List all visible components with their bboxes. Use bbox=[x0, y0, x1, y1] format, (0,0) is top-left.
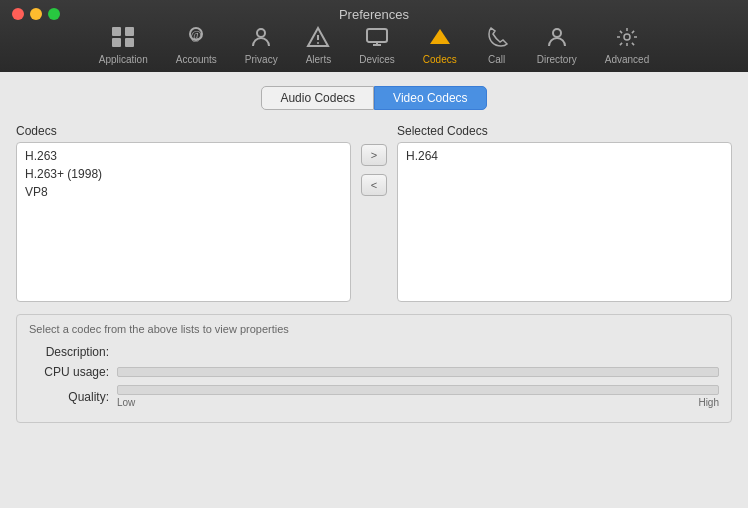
accounts-label: Accounts bbox=[176, 54, 217, 65]
window-controls bbox=[12, 8, 60, 20]
advanced-label: Advanced bbox=[605, 54, 649, 65]
quality-high-label: High bbox=[698, 397, 719, 408]
quality-bar bbox=[117, 385, 719, 395]
svg-rect-0 bbox=[112, 27, 121, 36]
codecs-label: Codecs bbox=[423, 54, 457, 65]
slider-labels: Low High bbox=[117, 397, 719, 408]
toolbar: Application @ Accounts Privacy bbox=[75, 24, 673, 67]
available-codecs-list[interactable]: H.263 H.263+ (1998) VP8 bbox=[16, 142, 351, 302]
move-right-button[interactable]: > bbox=[361, 144, 387, 166]
svg-rect-3 bbox=[125, 38, 134, 47]
codec-item-h264[interactable]: H.264 bbox=[402, 147, 727, 165]
codecs-icon bbox=[428, 26, 452, 52]
alerts-label: Alerts bbox=[306, 54, 332, 65]
devices-label: Devices bbox=[359, 54, 395, 65]
toolbar-item-call[interactable]: Call bbox=[471, 24, 523, 67]
svg-point-13 bbox=[553, 29, 561, 37]
codec-area: Codecs H.263 H.263+ (1998) VP8 > < Selec… bbox=[16, 124, 732, 302]
cpu-label: CPU usage: bbox=[29, 365, 109, 379]
tab-audio[interactable]: Audio Codecs bbox=[261, 86, 374, 110]
svg-point-8 bbox=[317, 42, 319, 44]
quality-row: Quality: Low High bbox=[29, 385, 719, 408]
cpu-bar bbox=[117, 367, 719, 377]
toolbar-item-application[interactable]: Application bbox=[85, 24, 162, 67]
toolbar-item-privacy[interactable]: Privacy bbox=[231, 24, 292, 67]
alerts-icon bbox=[306, 26, 330, 52]
directory-label: Directory bbox=[537, 54, 577, 65]
quality-label: Quality: bbox=[29, 390, 109, 404]
tab-video[interactable]: Video Codecs bbox=[374, 86, 487, 110]
svg-rect-9 bbox=[367, 29, 387, 42]
svg-point-6 bbox=[257, 29, 265, 37]
description-label: Description: bbox=[29, 345, 109, 359]
quality-low-label: Low bbox=[117, 397, 135, 408]
codec-item-h263plus[interactable]: H.263+ (1998) bbox=[21, 165, 346, 183]
main-content: Audio Codecs Video Codecs Codecs H.263 H… bbox=[0, 72, 748, 437]
selected-codecs-label: Selected Codecs bbox=[397, 124, 732, 138]
close-button[interactable] bbox=[12, 8, 24, 20]
directory-icon bbox=[545, 26, 569, 52]
selected-codecs-list[interactable]: H.264 bbox=[397, 142, 732, 302]
quality-container: Low High bbox=[117, 385, 719, 408]
available-codecs-panel: Codecs H.263 H.263+ (1998) VP8 bbox=[16, 124, 351, 302]
accounts-icon: @ bbox=[184, 26, 208, 52]
description-row: Description: bbox=[29, 345, 719, 359]
toolbar-item-devices[interactable]: Devices bbox=[345, 24, 409, 67]
svg-point-14 bbox=[624, 34, 630, 40]
codec-item-h263[interactable]: H.263 bbox=[21, 147, 346, 165]
privacy-label: Privacy bbox=[245, 54, 278, 65]
tab-row: Audio Codecs Video Codecs bbox=[16, 86, 732, 110]
arrow-column: > < bbox=[351, 144, 397, 196]
info-hint: Select a codec from the above lists to v… bbox=[29, 323, 719, 335]
toolbar-item-directory[interactable]: Directory bbox=[523, 24, 591, 67]
titlebar: Preferences Application @ Ac bbox=[0, 0, 748, 72]
svg-text:@: @ bbox=[191, 28, 202, 42]
call-icon bbox=[485, 26, 509, 52]
call-label: Call bbox=[488, 54, 505, 65]
devices-icon bbox=[365, 26, 389, 52]
minimize-button[interactable] bbox=[30, 8, 42, 20]
available-codecs-label: Codecs bbox=[16, 124, 351, 138]
toolbar-item-codecs[interactable]: Codecs bbox=[409, 24, 471, 67]
toolbar-item-advanced[interactable]: Advanced bbox=[591, 24, 663, 67]
move-left-button[interactable]: < bbox=[361, 174, 387, 196]
advanced-icon bbox=[615, 26, 639, 52]
svg-rect-2 bbox=[112, 38, 121, 47]
maximize-button[interactable] bbox=[48, 8, 60, 20]
codec-item-vp8[interactable]: VP8 bbox=[21, 183, 346, 201]
application-label: Application bbox=[99, 54, 148, 65]
privacy-icon bbox=[249, 26, 273, 52]
selected-codecs-panel: Selected Codecs H.264 bbox=[397, 124, 732, 302]
window-title: Preferences bbox=[339, 7, 409, 22]
cpu-row: CPU usage: bbox=[29, 365, 719, 379]
info-panel: Select a codec from the above lists to v… bbox=[16, 314, 732, 423]
svg-marker-12 bbox=[430, 29, 450, 44]
application-icon bbox=[111, 26, 135, 52]
toolbar-item-alerts[interactable]: Alerts bbox=[292, 24, 346, 67]
svg-rect-1 bbox=[125, 27, 134, 36]
toolbar-item-accounts[interactable]: @ Accounts bbox=[162, 24, 231, 67]
